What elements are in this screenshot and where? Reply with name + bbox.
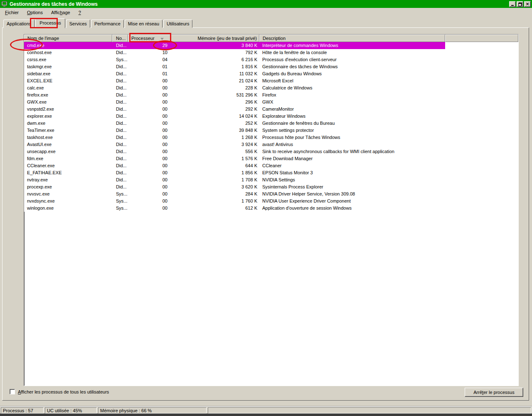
cell-user: Did... [112, 63, 128, 70]
close-button[interactable]: × [524, 1, 531, 7]
cell-user: Did... [112, 155, 128, 162]
cell-user: Did... [112, 148, 128, 155]
process-row-gwx-exe[interactable]: GWX.exeDid...00296 KGWX [24, 99, 445, 106]
menu-affichage[interactable]: Affichage [47, 8, 74, 17]
cell-memory: 792 K [171, 49, 259, 56]
process-row-unsecapp-exe[interactable]: unsecapp.exeDid...00556 KSink to receive… [24, 148, 445, 155]
restore-icon [518, 2, 522, 6]
menu-fichier[interactable]: Fichier [1, 8, 23, 17]
column-header-description[interactable]: Description [259, 35, 445, 42]
process-row-taskmgr-exe[interactable]: taskmgr.exeDid...011 816 KGestionnaire d… [24, 63, 445, 70]
tab-processus[interactable]: Processus [35, 18, 65, 28]
tab-applications[interactable]: Applications [3, 20, 34, 28]
cell-description: NVIDIA User Experience Driver Component [259, 198, 445, 205]
process-row-sidebar-exe[interactable]: sidebar.exeDid...0111 032 KGadgets du Bu… [24, 70, 445, 77]
cell-memory: 296 K [171, 99, 259, 106]
cell-user: Did... [112, 127, 128, 134]
process-row-taskhost-exe[interactable]: taskhost.exeDid...001 268 KProcessus hôt… [24, 134, 445, 141]
cell-description: Hôte de la fenêtre de la console [259, 49, 445, 56]
cell-description: NVIDIA Settings [259, 176, 445, 183]
process-row-vsnpstd2-exe[interactable]: vsnpstd2.exeDid...00292 KCameraMonitor [24, 106, 445, 113]
cell-cpu: 10 [128, 49, 171, 56]
process-row-cmd-exe[interactable]: cmd.exeDid...293 840 KInterpréteur de co… [24, 42, 445, 49]
column-header-processeur[interactable]: Processeur [128, 35, 171, 42]
title-bar: Gestionnaire des tâches de Windows × [0, 0, 532, 8]
cell-cpu: 00 [128, 155, 171, 162]
cell-cpu: 00 [128, 127, 171, 134]
column-header-nom-de-l-image[interactable]: Nom de l'image [24, 35, 112, 42]
tab-mise-en-r-seau[interactable]: Mise en réseau [125, 20, 163, 28]
cell-description: Application d'ouverture de session Windo… [259, 205, 445, 212]
cell-description: EPSON Status Monitor 3 [259, 169, 445, 176]
cell-memory: 1 708 K [171, 176, 259, 183]
process-row-firefox-exe[interactable]: firefox.exeDid...00531 296 KFirefox [24, 92, 445, 99]
cell-memory: 1 856 K [171, 169, 259, 176]
cell-description: Processus hôte pour Tâches Windows [259, 134, 445, 141]
cell-user: Did... [112, 141, 128, 148]
end-process-button[interactable]: Arrêter le processus [465, 388, 523, 397]
process-row-explorer-exe[interactable]: explorer.exeDid...0014 024 KExplorateur … [24, 113, 445, 120]
cell-user: Did... [112, 106, 128, 113]
process-row-nvvsvc-exe[interactable]: nvvsvc.exeSys...00284 KNVIDIA Driver Hel… [24, 191, 445, 198]
tab-services[interactable]: Services [66, 20, 90, 28]
menu-help[interactable]: ? [74, 8, 85, 17]
tab-performance[interactable]: Performance [91, 20, 124, 28]
column-label: Processeur [131, 36, 155, 41]
cell-cpu: 04 [128, 56, 171, 63]
process-row-ccleaner-exe[interactable]: CCleaner.exeDid...00644 KCCleaner [24, 162, 445, 169]
process-row-avastui-exe[interactable]: AvastUI.exeDid...003 924 Kavast! Antivir… [24, 141, 445, 148]
cell-cpu: 00 [128, 191, 171, 198]
process-row-calc-exe[interactable]: calc.exeDid...00228 KCalculatrice de Win… [24, 84, 445, 92]
cell-user: Sys... [112, 198, 128, 205]
cell-user: Did... [112, 84, 128, 92]
cell-user: Did... [112, 120, 128, 127]
process-row-nvtray-exe[interactable]: nvtray.exeDid...001 708 KNVIDIA Settings [24, 176, 445, 183]
process-row-nvxdsync-exe[interactable]: nvxdsync.exeSys...001 760 KNVIDIA User E… [24, 198, 445, 205]
cell-name: taskmgr.exe [24, 63, 112, 70]
cell-user: Did... [112, 134, 128, 141]
process-row-dwm-exe[interactable]: dwm.exeDid...00252 KGestionnaire de fenê… [24, 120, 445, 127]
process-row-teatimer-exe[interactable]: TeaTimer.exeDid...0039 848 KSystem setti… [24, 127, 445, 134]
cell-user: Did... [112, 162, 128, 169]
process-row-excel-exe[interactable]: EXCEL.EXEDid...0021 024 KMicrosoft Excel [24, 77, 445, 84]
show-all-processes-checkbox[interactable] [10, 389, 15, 394]
tab-utilisateurs[interactable]: Utilisateurs [163, 20, 192, 28]
process-list-body: cmd.exeDid...293 840 KInterpréteur de co… [24, 42, 518, 212]
cell-cpu: 00 [128, 198, 171, 205]
cell-memory: 3 924 K [171, 141, 259, 148]
cell-cpu: 01 [128, 63, 171, 70]
status-bar: Processus : 57 UC utilisée : 45% Mémoire… [1, 407, 531, 414]
cell-description: Calculatrice de Windows [259, 84, 445, 92]
cell-name: GWX.exe [24, 99, 112, 106]
cell-user: Did... [112, 49, 128, 56]
menu-options[interactable]: Options [23, 8, 47, 17]
column-header-nom-utilisateur[interactable]: No... [112, 35, 128, 42]
window-bottom-edge [0, 414, 532, 416]
process-row-e-fatihae-exe[interactable]: E_FATIHAE.EXEDid...001 856 KEPSON Status… [24, 169, 445, 176]
cell-description: GWX [259, 99, 445, 106]
cell-cpu: 00 [128, 176, 171, 183]
cell-description: Gestionnaire des tâches de Windows [259, 63, 445, 70]
restore-button[interactable] [517, 1, 523, 7]
cell-cpu: 00 [128, 169, 171, 176]
process-row-procexp-exe[interactable]: procexp.exeDid...003 620 KSysinternals P… [24, 183, 445, 191]
cell-memory: 21 024 K [171, 77, 259, 84]
column-header-memoire[interactable]: Mémoire (jeu de travail privé) [171, 35, 259, 42]
minimize-button[interactable] [509, 1, 516, 7]
cell-memory: 228 K [171, 84, 259, 92]
cell-memory: 39 848 K [171, 127, 259, 134]
process-row-conhost-exe[interactable]: conhost.exeDid...10792 KHôte de la fenêt… [24, 49, 445, 56]
cell-name: csrss.exe [24, 56, 112, 63]
process-row-csrss-exe[interactable]: csrss.exeSys...046 216 KProcessus d'exéc… [24, 56, 445, 63]
process-list-header: Nom de l'image No... Processeur Mémoire … [24, 35, 518, 42]
column-label: Description [263, 36, 286, 41]
cell-description: Sysinternals Process Explorer [259, 183, 445, 191]
cell-name: E_FATIHAE.EXE [24, 169, 112, 176]
cell-user: Did... [112, 183, 128, 191]
process-list: Nom de l'image No... Processeur Mémoire … [24, 34, 519, 386]
process-row-winlogon-exe[interactable]: winlogon.exeSys...00612 KApplication d'o… [24, 205, 445, 212]
process-row-fdm-exe[interactable]: fdm.exeDid...001 576 KFree Download Mana… [24, 155, 445, 162]
cell-name: procexp.exe [24, 183, 112, 191]
cell-description: Microsoft Excel [259, 77, 445, 84]
status-physical-memory: Mémoire physique : 66 % [98, 407, 207, 414]
